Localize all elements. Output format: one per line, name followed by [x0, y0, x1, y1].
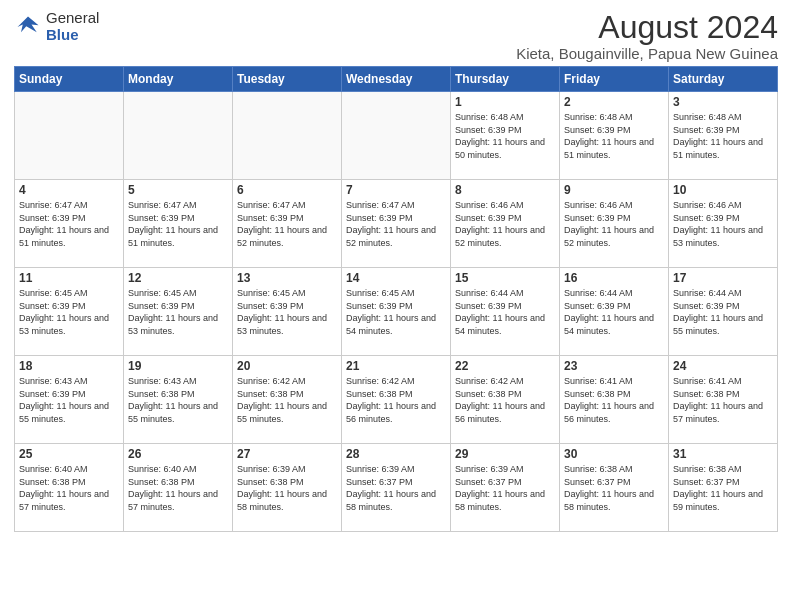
calendar-cell: 17Sunrise: 6:44 AM Sunset: 6:39 PM Dayli… [669, 268, 778, 356]
calendar-cell: 31Sunrise: 6:38 AM Sunset: 6:37 PM Dayli… [669, 444, 778, 532]
calendar-cell: 10Sunrise: 6:46 AM Sunset: 6:39 PM Dayli… [669, 180, 778, 268]
day-number: 4 [19, 183, 119, 197]
calendar-cell: 29Sunrise: 6:39 AM Sunset: 6:37 PM Dayli… [451, 444, 560, 532]
svg-marker-0 [18, 16, 39, 32]
day-info: Sunrise: 6:38 AM Sunset: 6:37 PM Dayligh… [673, 463, 773, 513]
day-info: Sunrise: 6:48 AM Sunset: 6:39 PM Dayligh… [564, 111, 664, 161]
page-subtitle: Kieta, Bougainville, Papua New Guinea [516, 45, 778, 62]
calendar-cell: 11Sunrise: 6:45 AM Sunset: 6:39 PM Dayli… [15, 268, 124, 356]
day-info: Sunrise: 6:39 AM Sunset: 6:38 PM Dayligh… [237, 463, 337, 513]
day-info: Sunrise: 6:42 AM Sunset: 6:38 PM Dayligh… [455, 375, 555, 425]
day-number: 24 [673, 359, 773, 373]
day-number: 2 [564, 95, 664, 109]
calendar-cell [124, 92, 233, 180]
calendar-cell: 9Sunrise: 6:46 AM Sunset: 6:39 PM Daylig… [560, 180, 669, 268]
day-info: Sunrise: 6:42 AM Sunset: 6:38 PM Dayligh… [237, 375, 337, 425]
calendar-cell: 5Sunrise: 6:47 AM Sunset: 6:39 PM Daylig… [124, 180, 233, 268]
day-number: 13 [237, 271, 337, 285]
calendar-cell: 30Sunrise: 6:38 AM Sunset: 6:37 PM Dayli… [560, 444, 669, 532]
calendar-cell: 13Sunrise: 6:45 AM Sunset: 6:39 PM Dayli… [233, 268, 342, 356]
day-info: Sunrise: 6:47 AM Sunset: 6:39 PM Dayligh… [19, 199, 119, 249]
day-number: 17 [673, 271, 773, 285]
calendar-cell: 6Sunrise: 6:47 AM Sunset: 6:39 PM Daylig… [233, 180, 342, 268]
day-info: Sunrise: 6:48 AM Sunset: 6:39 PM Dayligh… [673, 111, 773, 161]
day-number: 28 [346, 447, 446, 461]
logo-general: General [46, 10, 99, 27]
day-number: 9 [564, 183, 664, 197]
calendar-cell [342, 92, 451, 180]
day-info: Sunrise: 6:46 AM Sunset: 6:39 PM Dayligh… [673, 199, 773, 249]
day-number: 22 [455, 359, 555, 373]
calendar-cell: 14Sunrise: 6:45 AM Sunset: 6:39 PM Dayli… [342, 268, 451, 356]
logo: General Blue [14, 10, 99, 43]
day-number: 27 [237, 447, 337, 461]
calendar-week-row: 25Sunrise: 6:40 AM Sunset: 6:38 PM Dayli… [15, 444, 778, 532]
calendar-body: 1Sunrise: 6:48 AM Sunset: 6:39 PM Daylig… [15, 92, 778, 532]
calendar-day-header: Monday [124, 67, 233, 92]
calendar-day-header: Friday [560, 67, 669, 92]
day-info: Sunrise: 6:42 AM Sunset: 6:38 PM Dayligh… [346, 375, 446, 425]
day-number: 21 [346, 359, 446, 373]
calendar-cell: 2Sunrise: 6:48 AM Sunset: 6:39 PM Daylig… [560, 92, 669, 180]
day-number: 30 [564, 447, 664, 461]
day-info: Sunrise: 6:46 AM Sunset: 6:39 PM Dayligh… [564, 199, 664, 249]
calendar-cell: 25Sunrise: 6:40 AM Sunset: 6:38 PM Dayli… [15, 444, 124, 532]
calendar-cell: 20Sunrise: 6:42 AM Sunset: 6:38 PM Dayli… [233, 356, 342, 444]
day-number: 26 [128, 447, 228, 461]
day-number: 25 [19, 447, 119, 461]
day-number: 3 [673, 95, 773, 109]
day-number: 19 [128, 359, 228, 373]
calendar-day-header: Wednesday [342, 67, 451, 92]
calendar-header: SundayMondayTuesdayWednesdayThursdayFrid… [15, 67, 778, 92]
day-info: Sunrise: 6:43 AM Sunset: 6:38 PM Dayligh… [128, 375, 228, 425]
day-number: 12 [128, 271, 228, 285]
day-info: Sunrise: 6:40 AM Sunset: 6:38 PM Dayligh… [19, 463, 119, 513]
day-number: 23 [564, 359, 664, 373]
calendar-day-header: Sunday [15, 67, 124, 92]
calendar-week-row: 11Sunrise: 6:45 AM Sunset: 6:39 PM Dayli… [15, 268, 778, 356]
day-info: Sunrise: 6:41 AM Sunset: 6:38 PM Dayligh… [673, 375, 773, 425]
day-info: Sunrise: 6:45 AM Sunset: 6:39 PM Dayligh… [346, 287, 446, 337]
day-info: Sunrise: 6:48 AM Sunset: 6:39 PM Dayligh… [455, 111, 555, 161]
day-info: Sunrise: 6:38 AM Sunset: 6:37 PM Dayligh… [564, 463, 664, 513]
calendar-cell: 22Sunrise: 6:42 AM Sunset: 6:38 PM Dayli… [451, 356, 560, 444]
day-number: 14 [346, 271, 446, 285]
title-block: August 2024 Kieta, Bougainville, Papua N… [516, 10, 778, 62]
calendar-cell: 8Sunrise: 6:46 AM Sunset: 6:39 PM Daylig… [451, 180, 560, 268]
day-info: Sunrise: 6:39 AM Sunset: 6:37 PM Dayligh… [346, 463, 446, 513]
day-number: 6 [237, 183, 337, 197]
day-info: Sunrise: 6:44 AM Sunset: 6:39 PM Dayligh… [564, 287, 664, 337]
logo-blue: Blue [46, 27, 99, 44]
day-info: Sunrise: 6:45 AM Sunset: 6:39 PM Dayligh… [19, 287, 119, 337]
day-info: Sunrise: 6:40 AM Sunset: 6:38 PM Dayligh… [128, 463, 228, 513]
calendar-cell: 26Sunrise: 6:40 AM Sunset: 6:38 PM Dayli… [124, 444, 233, 532]
calendar-cell [15, 92, 124, 180]
logo-icon [14, 13, 42, 41]
calendar-cell: 7Sunrise: 6:47 AM Sunset: 6:39 PM Daylig… [342, 180, 451, 268]
day-info: Sunrise: 6:45 AM Sunset: 6:39 PM Dayligh… [237, 287, 337, 337]
calendar-cell: 1Sunrise: 6:48 AM Sunset: 6:39 PM Daylig… [451, 92, 560, 180]
calendar-week-row: 1Sunrise: 6:48 AM Sunset: 6:39 PM Daylig… [15, 92, 778, 180]
calendar-week-row: 18Sunrise: 6:43 AM Sunset: 6:39 PM Dayli… [15, 356, 778, 444]
day-info: Sunrise: 6:43 AM Sunset: 6:39 PM Dayligh… [19, 375, 119, 425]
day-number: 1 [455, 95, 555, 109]
calendar-cell: 24Sunrise: 6:41 AM Sunset: 6:38 PM Dayli… [669, 356, 778, 444]
calendar-cell: 23Sunrise: 6:41 AM Sunset: 6:38 PM Dayli… [560, 356, 669, 444]
calendar-table: SundayMondayTuesdayWednesdayThursdayFrid… [14, 66, 778, 532]
calendar-cell: 18Sunrise: 6:43 AM Sunset: 6:39 PM Dayli… [15, 356, 124, 444]
calendar-cell: 3Sunrise: 6:48 AM Sunset: 6:39 PM Daylig… [669, 92, 778, 180]
day-number: 16 [564, 271, 664, 285]
day-info: Sunrise: 6:39 AM Sunset: 6:37 PM Dayligh… [455, 463, 555, 513]
calendar-cell: 4Sunrise: 6:47 AM Sunset: 6:39 PM Daylig… [15, 180, 124, 268]
day-number: 20 [237, 359, 337, 373]
calendar-cell: 28Sunrise: 6:39 AM Sunset: 6:37 PM Dayli… [342, 444, 451, 532]
day-number: 15 [455, 271, 555, 285]
calendar-day-header: Thursday [451, 67, 560, 92]
day-info: Sunrise: 6:44 AM Sunset: 6:39 PM Dayligh… [455, 287, 555, 337]
calendar-cell: 12Sunrise: 6:45 AM Sunset: 6:39 PM Dayli… [124, 268, 233, 356]
day-info: Sunrise: 6:41 AM Sunset: 6:38 PM Dayligh… [564, 375, 664, 425]
calendar-cell: 16Sunrise: 6:44 AM Sunset: 6:39 PM Dayli… [560, 268, 669, 356]
calendar-cell: 19Sunrise: 6:43 AM Sunset: 6:38 PM Dayli… [124, 356, 233, 444]
day-number: 8 [455, 183, 555, 197]
calendar-cell: 21Sunrise: 6:42 AM Sunset: 6:38 PM Dayli… [342, 356, 451, 444]
